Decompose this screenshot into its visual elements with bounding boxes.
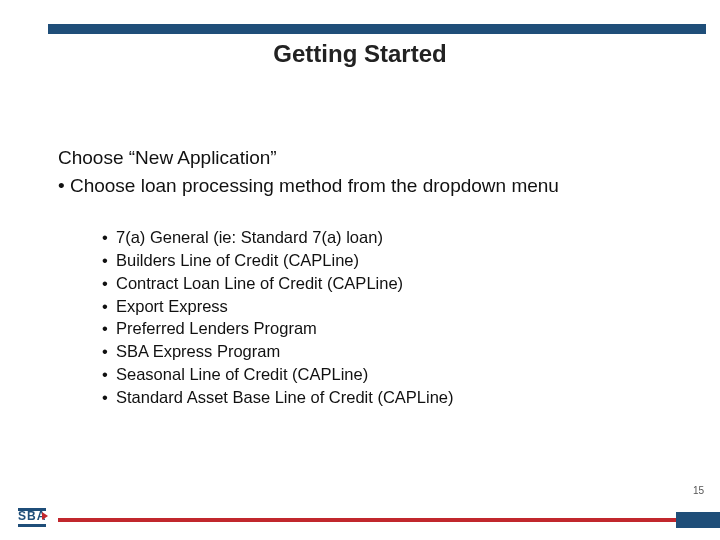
option-label: SBA Express Program <box>116 342 280 360</box>
option-label: 7(a) General (ie: Standard 7(a) loan) <box>116 228 383 246</box>
option-item: •Standard Asset Base Line of Credit (CAP… <box>102 386 680 409</box>
footer: SBA <box>0 504 720 540</box>
slide-title: Getting Started <box>0 40 720 68</box>
option-item: •Preferred Lenders Program <box>102 317 680 340</box>
intro-line-2: • Choose loan processing method from the… <box>58 173 680 199</box>
option-item: •Seasonal Line of Credit (CAPLine) <box>102 363 680 386</box>
logo-bar-icon <box>18 524 46 527</box>
title-top-rule <box>48 24 706 34</box>
option-label: Builders Line of Credit (CAPLine) <box>116 251 359 269</box>
page-number: 15 <box>693 485 704 496</box>
footer-blue-block <box>676 512 720 528</box>
option-label: Contract Loan Line of Credit (CAPLine) <box>116 274 403 292</box>
option-label: Seasonal Line of Credit (CAPLine) <box>116 365 368 383</box>
sba-logo: SBA <box>18 508 54 532</box>
option-item: •Builders Line of Credit (CAPLine) <box>102 249 680 272</box>
footer-red-rule <box>58 518 720 522</box>
slide-body: Choose “New Application” • Choose loan p… <box>58 145 680 408</box>
option-item: •7(a) General (ie: Standard 7(a) loan) <box>102 226 680 249</box>
option-label: Standard Asset Base Line of Credit (CAPL… <box>116 388 454 406</box>
logo-arrow-icon <box>42 512 48 520</box>
intro-line-1: Choose “New Application” <box>58 145 680 171</box>
option-item: •Contract Loan Line of Credit (CAPLine) <box>102 272 680 295</box>
option-item: •Export Express <box>102 295 680 318</box>
option-label: Export Express <box>116 297 228 315</box>
option-label: Preferred Lenders Program <box>116 319 317 337</box>
options-list: •7(a) General (ie: Standard 7(a) loan) •… <box>102 226 680 408</box>
option-item: •SBA Express Program <box>102 340 680 363</box>
